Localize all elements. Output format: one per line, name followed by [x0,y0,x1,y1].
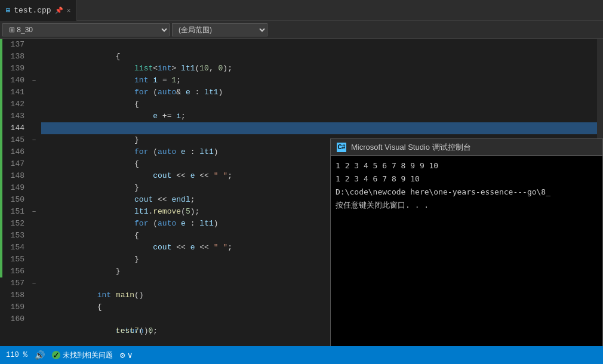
line-num-146: 146 [2,146,24,158]
fold-143 [29,110,39,122]
code-line-142: e += i; [41,98,597,110]
fold-138 [29,51,39,63]
line-num-138: 138 [2,51,24,63]
tools-status: ⚙ ∨ [120,350,133,360]
line-numbers: 137 138 139 140 141 142 143 144 145 146 … [2,39,29,346]
fold-152 [29,218,39,230]
code-line-144: } [41,122,597,134]
issues-status: ✓ 未找到相关问题 [52,350,113,360]
console-titlebar: C# Microsoft Visual Studio 调试控制台 [331,139,602,156]
fold-142 [29,98,39,110]
line-num-144: 144 [2,122,24,134]
code-line-139: int i = 1; [41,63,597,75]
line-num-150: 150 [2,194,24,206]
fold-159 [29,301,39,313]
console-output-line-1: 1 2 3 4 5 6 7 8 9 9 10 [336,159,598,172]
audio-icon: 🔊 [35,350,45,360]
pin-icon[interactable]: 📌 [55,7,63,14]
fold-153 [29,230,39,242]
line-num-145: 145 [2,134,24,146]
fold-column: − − − − [29,39,39,346]
fold-154 [29,242,39,254]
line-num-149: 149 [2,182,24,194]
down-arrow-icon: ∨ [127,350,132,360]
console-app-icon: C# [337,143,346,152]
line-num-160: 160 [2,313,24,325]
line-num-151: 151 [2,206,24,218]
tab-bar: ⊞ test.cpp 📌 ✕ [0,0,603,21]
fold-146 [29,146,39,158]
fold-144 [29,122,39,134]
line-num-154: 154 [2,242,24,254]
ide-window: ⊞ test.cpp 📌 ✕ ⊞ 8_30 (全局范围) 137 138 139… [0,0,603,364]
fold-148 [29,170,39,182]
line-num-141: 141 [2,87,24,98]
fold-158 [29,289,39,301]
console-output: 1 2 3 4 5 6 7 8 9 9 10 1 2 3 4 6 7 8 9 1… [331,156,602,359]
line-num-153: 153 [2,230,24,242]
cpp-file-icon: ⊞ [6,6,10,15]
fold-147 [29,158,39,170]
console-title: Microsoft Visual Studio 调试控制台 [351,142,471,153]
fold-139 [29,63,39,75]
code-line-140: for (auto& e : lt1) [41,75,597,87]
code-line-143: i++; [41,110,597,122]
tab-close-icon[interactable]: ✕ [67,7,71,14]
line-num-156: 156 [2,266,24,277]
zoom-level: 110 % [6,351,27,359]
line-num-139: 139 [2,63,24,75]
line-num-158: 158 [2,289,24,301]
tab-test-cpp[interactable]: ⊞ test.cpp 📌 ✕ [0,0,77,21]
line-num-157: 157 [2,277,24,289]
code-line-137: { [41,39,597,51]
line-num-148: 148 [2,170,24,182]
console-output-line-4: 按任意键关闭此窗口. . . [336,199,598,212]
fold-155 [29,254,39,266]
line-num-137: 137 [2,39,24,51]
tab-label: test.cpp [14,6,51,15]
line-num-155: 155 [2,254,24,266]
line-num-159: 159 [2,301,24,313]
console-output-line-2: 1 2 3 4 6 7 8 9 10 [336,172,598,186]
line-num-143: 143 [2,110,24,122]
fold-145[interactable]: − [29,134,39,146]
line-num-147: 147 [2,158,24,170]
no-issues-indicator: ✓ [52,351,60,359]
status-bar: 110 % 🔊 ✓ 未找到相关问题 ⚙ ∨ [0,346,603,364]
fold-156 [29,266,39,277]
line-num-142: 142 [2,98,24,110]
debug-console: C# Microsoft Visual Studio 调试控制台 1 2 3 4… [330,138,603,359]
line-num-140: 140 [2,75,24,87]
fold-140[interactable]: − [29,75,39,87]
toolbar: ⊞ 8_30 (全局范围) [0,21,603,39]
console-output-line-3: D:\code\newcode here\one-years-essence--… [336,186,598,199]
scope-dropdown-2[interactable]: (全局范围) [172,23,267,36]
fold-151[interactable]: − [29,206,39,218]
no-issues-label: 未找到相关问题 [63,350,113,360]
fold-137 [29,39,39,51]
fold-149 [29,182,39,194]
fold-141 [29,87,39,98]
line-num-152: 152 [2,218,24,230]
tools-icon: ⚙ [120,350,125,360]
code-line-138: list<int> lt1(10, 0); [41,51,597,63]
code-line-141: { [41,87,597,98]
fold-157[interactable]: − [29,277,39,289]
scope-dropdown-1[interactable]: ⊞ 8_30 [2,23,170,36]
fold-160 [29,313,39,325]
fold-150 [29,194,39,206]
